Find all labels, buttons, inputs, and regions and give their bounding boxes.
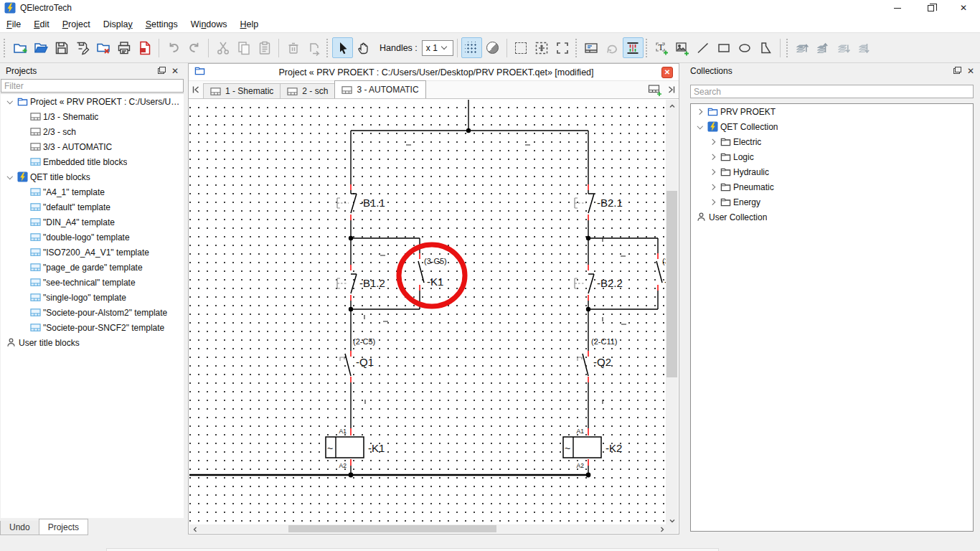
tree-item[interactable]: Embedded title blocks [1, 154, 184, 169]
tree-item[interactable]: "ISO7200_A4_V1" template [1, 245, 184, 260]
add-ellipse-button[interactable] [735, 37, 755, 58]
redo-button[interactable] [184, 37, 204, 58]
cut-button[interactable] [212, 37, 233, 58]
tree-item[interactable]: "Societe-pour-Alstom2" template [1, 305, 184, 320]
horizontal-scrollbar[interactable] [189, 524, 667, 533]
chevron-down-icon[interactable] [5, 97, 14, 106]
close-panel-icon[interactable]: ✕ [967, 67, 974, 75]
background-color-button[interactable] [482, 37, 503, 58]
tree-item[interactable]: 3/3 - AUTOMATIC [1, 139, 184, 154]
tree-item[interactable]: "single-logo" template [1, 290, 184, 305]
chevron-right-icon[interactable] [695, 107, 705, 116]
tree-item[interactable]: User title blocks [1, 335, 184, 350]
add-line-button[interactable] [693, 37, 714, 58]
print-button[interactable] [113, 37, 134, 58]
close-panel-icon[interactable]: ✕ [171, 67, 179, 75]
tree-item[interactable]: "page_de garde" template [1, 260, 184, 275]
tree-item[interactable]: "Societe-pour-SNCF2" template [1, 320, 184, 335]
handles-select[interactable]: x 1 [422, 40, 453, 56]
projects-filter-input[interactable] [1, 79, 184, 93]
tree-item[interactable]: Hydraulic [691, 164, 973, 179]
toolbar-drag-handle[interactable] [575, 39, 578, 57]
tree-item[interactable]: 1/3 - Shematic [1, 109, 184, 124]
menu-item-windows[interactable]: Windows [184, 16, 234, 32]
close-project-button[interactable] [93, 37, 113, 58]
diagram-tab[interactable]: 2 - sch [280, 83, 335, 98]
menu-item-help[interactable]: Help [234, 16, 265, 32]
collections-search-input[interactable] [690, 85, 974, 98]
titleblock-editor-button[interactable] [581, 37, 602, 58]
tree-item[interactable]: QET Collection [691, 119, 973, 134]
minimize-button[interactable] [881, 0, 914, 16]
project-close-button[interactable]: ✕ [661, 67, 673, 78]
menu-item-display[interactable]: Display [97, 16, 139, 32]
dock-tab-undo[interactable]: Undo [0, 521, 39, 535]
tree-item[interactable]: QET title blocks [1, 169, 184, 184]
project-window-titlebar[interactable]: Project « PRV PROEKT : C:/Users/User/Des… [189, 64, 679, 81]
add-polygon-button[interactable] [755, 37, 776, 58]
new-project-button[interactable] [9, 37, 30, 58]
add-diagram-button[interactable] [646, 81, 664, 98]
tree-item[interactable]: 2/3 - sch [1, 124, 184, 139]
select-tool-button[interactable] [332, 37, 353, 58]
chevron-down-icon[interactable] [695, 122, 705, 131]
tab-scroll-right-button[interactable] [664, 81, 679, 98]
save-button[interactable] [51, 37, 72, 58]
tree-item[interactable]: Logic [691, 149, 973, 164]
vscroll-thumb[interactable] [666, 191, 677, 377]
raise-element-button[interactable] [792, 37, 813, 58]
paste-button[interactable] [254, 37, 275, 58]
diagram-tab[interactable]: 1 - Shematic [203, 83, 281, 98]
toolbar-drag-handle[interactable] [326, 39, 329, 57]
tab-scroll-left-button[interactable] [189, 81, 203, 98]
tree-item[interactable]: Pneumatic [691, 179, 973, 194]
lower-element-button[interactable] [834, 37, 854, 58]
deselect-all-button[interactable] [552, 37, 573, 58]
tree-item[interactable]: User Collection [691, 209, 973, 225]
add-text-button[interactable]: T [651, 37, 672, 58]
add-rectangle-button[interactable] [714, 37, 735, 58]
save-as-button[interactable] [72, 37, 93, 58]
fold-page-button[interactable] [303, 37, 324, 58]
selection-mode-button[interactable] [511, 37, 532, 58]
tree-item[interactable]: "DIN_A4" template [1, 215, 184, 230]
menu-item-project[interactable]: Project [56, 16, 97, 32]
chevron-right-icon[interactable] [708, 137, 717, 146]
menu-item-file[interactable]: File [0, 16, 27, 32]
send-to-back-button[interactable] [854, 37, 875, 58]
toolbar-drag-handle[interactable] [646, 39, 649, 57]
vertical-scrollbar[interactable] [666, 100, 678, 527]
menu-item-edit[interactable]: Edit [27, 16, 56, 32]
fold-diagram-button[interactable] [602, 37, 623, 58]
toolbar-drag-handle[interactable] [4, 39, 6, 57]
undo-button[interactable] [163, 37, 184, 58]
dock-tab-projects[interactable]: Projects [39, 519, 88, 535]
float-panel-icon[interactable] [158, 68, 164, 74]
tree-item[interactable]: Electric [691, 134, 973, 149]
diagram-tab[interactable]: 3 - AUTOMATIC [334, 80, 425, 98]
tree-item[interactable]: "default" template [1, 199, 184, 215]
pan-tool-button[interactable] [353, 37, 374, 58]
chevron-down-icon[interactable] [5, 172, 14, 182]
chevron-right-icon[interactable] [708, 152, 717, 161]
tree-item[interactable]: PRV PROEKT [691, 104, 973, 119]
add-image-button[interactable] [672, 37, 693, 58]
tree-item[interactable]: "see-technical" template [1, 275, 184, 290]
bring-to-front-button[interactable] [813, 37, 834, 58]
tree-item[interactable]: "A4_1" template [1, 184, 184, 199]
menu-item-settings[interactable]: Settings [139, 16, 184, 32]
tree-item[interactable]: "double-logo" template [1, 230, 184, 245]
chevron-right-icon[interactable] [708, 197, 717, 207]
float-panel-icon[interactable] [953, 68, 960, 74]
diagram-canvas[interactable]: -B1.1 (3-G5) -K1 -B1.2 (2-C5) [189, 100, 667, 527]
select-all-button[interactable] [532, 37, 552, 58]
copy-button[interactable] [233, 37, 254, 58]
delete-button[interactable] [283, 37, 303, 58]
grid-toggle-button[interactable] [461, 37, 482, 58]
toolbar-drag-handle[interactable] [786, 39, 789, 57]
chevron-right-icon[interactable] [708, 182, 717, 192]
restore-button[interactable] [914, 0, 947, 16]
open-project-button[interactable] [30, 37, 51, 58]
chevron-right-icon[interactable] [708, 167, 717, 176]
close-button[interactable]: ✕ [947, 0, 980, 16]
